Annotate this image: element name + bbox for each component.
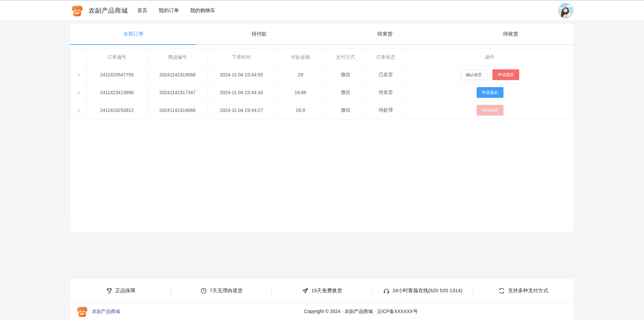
- chevron-right-icon: [77, 109, 81, 113]
- cell-product-no: 20241142317347: [147, 84, 208, 102]
- awaiting-processing-button[interactable]: 等待处理: [477, 105, 503, 116]
- confirm-receipt-button[interactable]: 确认收货: [461, 69, 487, 80]
- nav-my-orders[interactable]: 我的订单: [159, 7, 179, 14]
- service-label: 7天无理由退货: [210, 287, 243, 294]
- cell-product-no: 20241142319068: [147, 102, 208, 119]
- copyright-text: Copyright © 2024 · 农副产品商城 · 京ICP备XXXXXX号: [304, 309, 418, 315]
- clock-icon: [200, 287, 207, 294]
- request-refund-button[interactable]: 申请退款: [477, 87, 503, 98]
- cell-order-no: 2411423413890: [87, 84, 147, 102]
- cell-amount: 19.88: [275, 84, 326, 102]
- nav-my-cart[interactable]: 我的购物车: [190, 7, 215, 14]
- orders-card: 全部订单 待付款 待发货 待收货 订单编号 商品编号 下单时间 付款金额 支付方…: [70, 24, 574, 232]
- trophy-icon: [106, 287, 113, 294]
- cell-order-time: 2024-11-04 23:44:43: [208, 84, 275, 102]
- row-expand-toggle[interactable]: [71, 66, 87, 84]
- service-label: 24小时客服在线(520 520 1314): [392, 287, 462, 294]
- cell-order-time: 2024-11-04 23:44:27: [208, 102, 275, 119]
- cell-pay-method: 微信: [326, 84, 365, 102]
- main-nav: 首页 我的订单 我的购物车: [137, 7, 215, 14]
- footer-bottom-bar: 农副产品商城 Copyright © 2024 · 农副产品商城 · 京ICP备…: [70, 303, 574, 320]
- cell-actions: 申请退款: [407, 84, 574, 102]
- orders-table: 订单编号 商品编号 下单时间 付款金额 支付方式 订单状态 操作 2411423…: [70, 48, 574, 119]
- page-footer: 正品保障 7天无理由退货 15天免费换货 24: [70, 279, 574, 320]
- table-empty-area: [70, 119, 574, 224]
- table-row: 2411423547750 20241142319068 2024-11-04 …: [71, 66, 574, 84]
- cell-order-no: 2411423547750: [87, 66, 147, 84]
- service-15day-exchange: 15天免费换货: [272, 287, 372, 294]
- cell-product-no: 20241142319068: [147, 66, 208, 84]
- col-order-time: 下单时间: [208, 49, 275, 66]
- tab-pending-payment[interactable]: 待付款: [196, 24, 322, 44]
- service-label: 正品保障: [115, 287, 136, 294]
- cell-status: 待发货: [365, 84, 407, 102]
- cell-pay-method: 微信: [326, 102, 365, 119]
- row-expand-toggle[interactable]: [71, 84, 87, 102]
- request-return-button[interactable]: 申请退货: [492, 69, 519, 80]
- col-expand: [71, 49, 87, 66]
- col-order-no: 订单编号: [87, 49, 147, 66]
- table-row: 2411423253912 20241142319068 2024-11-04 …: [71, 102, 574, 119]
- service-24h-support: 24小时客服在线(520 520 1314): [373, 287, 473, 294]
- col-actions: 操作: [407, 49, 574, 66]
- chevron-right-icon: [77, 73, 81, 77]
- user-avatar[interactable]: [558, 3, 574, 18]
- cell-order-time: 2024-11-04 23:44:55: [208, 66, 275, 84]
- service-label: 15天免费换货: [311, 287, 342, 294]
- table-row: 2411423413890 20241142317347 2024-11-04 …: [71, 84, 574, 102]
- service-7day-return: 7天无理由退货: [171, 287, 271, 294]
- cell-amount: 29: [275, 66, 326, 84]
- cell-status: 待处理: [365, 102, 407, 119]
- service-label: 支持多种支付方式: [508, 287, 548, 294]
- headset-icon: [383, 287, 390, 294]
- table-header-row: 订单编号 商品编号 下单时间 付款金额 支付方式 订单状态 操作: [71, 49, 574, 66]
- cell-order-no: 2411423253912: [87, 102, 147, 119]
- cell-pay-method: 微信: [326, 66, 365, 84]
- service-authentic: 正品保障: [70, 287, 171, 294]
- col-status: 订单状态: [365, 49, 407, 66]
- cell-actions: 确认收货 申请退货: [407, 66, 574, 84]
- refresh-icon: [498, 287, 505, 294]
- order-tabs: 全部订单 待付款 待发货 待收货: [70, 24, 574, 45]
- service-multi-payment: 支持多种支付方式: [473, 287, 574, 294]
- tab-all-orders[interactable]: 全部订单: [70, 24, 196, 44]
- shop-logo-icon: [70, 4, 84, 17]
- send-icon: [302, 287, 309, 294]
- nav-home[interactable]: 首页: [137, 7, 147, 14]
- cell-amount: 29.9: [275, 102, 326, 119]
- row-expand-toggle[interactable]: [71, 102, 87, 119]
- cell-status: 已发货: [365, 66, 407, 84]
- service-guarantees-bar: 正品保障 7天无理由退货 15天免费换货 24: [70, 279, 574, 303]
- col-pay-method: 支付方式: [326, 49, 365, 66]
- site-title: 农副产品商城: [89, 6, 128, 15]
- top-navbar: 农副产品商城 首页 我的订单 我的购物车: [0, 0, 644, 21]
- tab-pending-receipt[interactable]: 待收货: [448, 24, 574, 44]
- col-amount: 付款金额: [275, 49, 326, 66]
- footer-brand-name[interactable]: 农副产品商城: [92, 309, 120, 315]
- chevron-right-icon: [77, 91, 81, 95]
- footer-brand[interactable]: 农副产品商城: [76, 305, 120, 318]
- tab-pending-shipment[interactable]: 待发货: [322, 24, 448, 44]
- cell-actions: 等待处理: [407, 102, 574, 119]
- col-product-no: 商品编号: [147, 49, 208, 66]
- shop-logo-icon: [76, 305, 89, 318]
